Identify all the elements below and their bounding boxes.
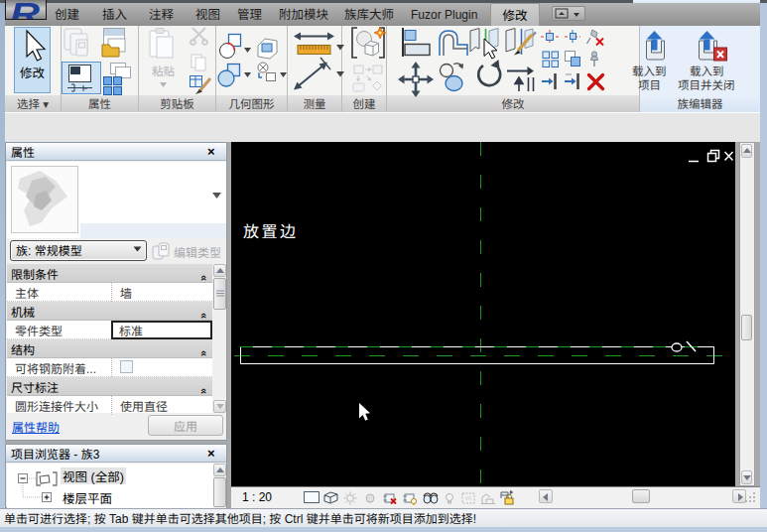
svg-text:放置边: 放置边 <box>243 218 299 242</box>
svg-text:粘贴: 粘贴 <box>152 63 175 78</box>
svg-text:项目并关闭: 项目并关闭 <box>678 76 735 92</box>
svg-text:项目: 项目 <box>638 76 661 92</box>
svg-text:R: R <box>10 0 40 19</box>
svg-text:修改: 修改 <box>20 63 46 81</box>
